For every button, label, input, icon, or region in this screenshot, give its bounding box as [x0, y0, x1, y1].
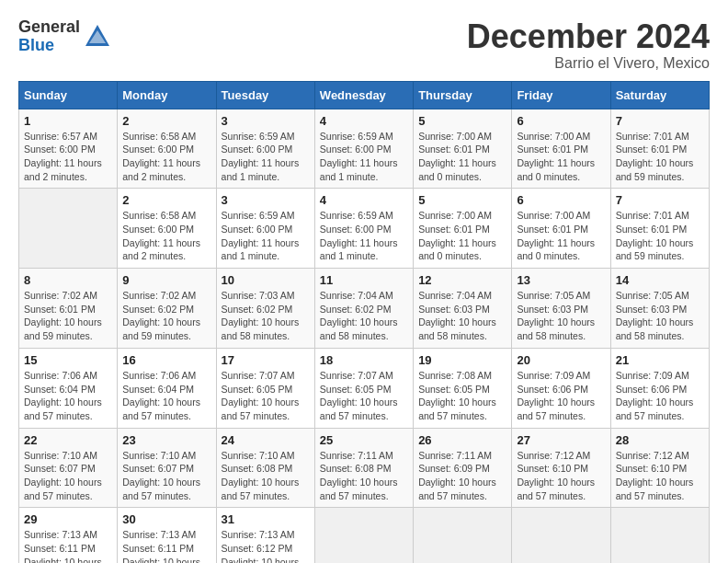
day-info: Sunrise: 7:00 AM Sunset: 6:01 PM Dayligh… — [517, 130, 605, 184]
day-info: Sunrise: 7:00 AM Sunset: 6:01 PM Dayligh… — [418, 130, 506, 184]
month-title: December 2024 — [467, 18, 710, 55]
day-number: 5 — [418, 193, 506, 207]
day-number: 2 — [122, 193, 210, 207]
day-info: Sunrise: 6:58 AM Sunset: 6:00 PM Dayligh… — [122, 130, 210, 184]
day-number: 6 — [517, 193, 605, 207]
day-number: 8 — [24, 273, 112, 287]
day-number: 27 — [517, 433, 605, 447]
day-number: 5 — [418, 114, 506, 128]
day-info: Sunrise: 7:02 AM Sunset: 6:02 PM Dayligh… — [122, 289, 210, 343]
day-number: 22 — [24, 433, 112, 447]
day-number: 25 — [320, 433, 408, 447]
calendar-week-row: 15Sunrise: 7:06 AM Sunset: 6:04 PM Dayli… — [19, 348, 710, 428]
table-row: 19Sunrise: 7:08 AM Sunset: 6:05 PM Dayli… — [414, 348, 512, 428]
day-number: 4 — [320, 114, 408, 128]
calendar-week-row: 29Sunrise: 7:13 AM Sunset: 6:11 PM Dayli… — [19, 508, 710, 563]
day-number: 2 — [122, 114, 210, 128]
day-info: Sunrise: 7:09 AM Sunset: 6:06 PM Dayligh… — [517, 369, 605, 423]
day-number: 7 — [616, 193, 704, 207]
table-row: 21Sunrise: 7:09 AM Sunset: 6:06 PM Dayli… — [610, 348, 709, 428]
day-info: Sunrise: 7:10 AM Sunset: 6:07 PM Dayligh… — [122, 449, 210, 503]
table-row: 4Sunrise: 6:59 AM Sunset: 6:00 PM Daylig… — [314, 189, 413, 269]
table-row: 27Sunrise: 7:12 AM Sunset: 6:10 PM Dayli… — [512, 428, 610, 508]
day-info: Sunrise: 7:01 AM Sunset: 6:01 PM Dayligh… — [616, 209, 704, 263]
table-row: 26Sunrise: 7:11 AM Sunset: 6:09 PM Dayli… — [414, 428, 512, 508]
table-row: 28Sunrise: 7:12 AM Sunset: 6:10 PM Dayli… — [610, 428, 709, 508]
day-number: 1 — [24, 114, 112, 128]
col-thursday: Thursday — [414, 81, 512, 109]
day-info: Sunrise: 7:05 AM Sunset: 6:03 PM Dayligh… — [616, 289, 704, 343]
table-row: 14Sunrise: 7:05 AM Sunset: 6:03 PM Dayli… — [610, 269, 709, 349]
day-info: Sunrise: 7:06 AM Sunset: 6:04 PM Dayligh… — [122, 369, 210, 423]
day-number: 6 — [517, 114, 605, 128]
calendar-week-row: 1Sunrise: 6:57 AM Sunset: 6:00 PM Daylig… — [19, 109, 710, 189]
day-info: Sunrise: 6:58 AM Sunset: 6:00 PM Dayligh… — [122, 209, 210, 263]
table-row: 20Sunrise: 7:09 AM Sunset: 6:06 PM Dayli… — [512, 348, 610, 428]
table-row: 18Sunrise: 7:07 AM Sunset: 6:05 PM Dayli… — [314, 348, 413, 428]
day-number: 23 — [122, 433, 210, 447]
page-header: General Blue December 2024 Barrio el Viv… — [18, 18, 710, 72]
day-info: Sunrise: 7:04 AM Sunset: 6:02 PM Dayligh… — [320, 289, 408, 343]
table-row — [512, 508, 610, 563]
day-number: 7 — [616, 114, 704, 128]
day-info: Sunrise: 6:59 AM Sunset: 6:00 PM Dayligh… — [222, 209, 310, 263]
day-info: Sunrise: 6:57 AM Sunset: 6:00 PM Dayligh… — [24, 130, 112, 184]
calendar-week-row: 2Sunrise: 6:58 AM Sunset: 6:00 PM Daylig… — [19, 189, 710, 269]
day-info: Sunrise: 7:13 AM Sunset: 6:11 PM Dayligh… — [122, 528, 210, 563]
day-info: Sunrise: 7:10 AM Sunset: 6:08 PM Dayligh… — [222, 449, 310, 503]
day-number: 16 — [122, 353, 210, 367]
day-info: Sunrise: 7:12 AM Sunset: 6:10 PM Dayligh… — [517, 449, 605, 503]
table-row: 15Sunrise: 7:06 AM Sunset: 6:04 PM Dayli… — [19, 348, 118, 428]
table-row: 9Sunrise: 7:02 AM Sunset: 6:02 PM Daylig… — [118, 269, 216, 349]
table-row: 12Sunrise: 7:04 AM Sunset: 6:03 PM Dayli… — [414, 269, 512, 349]
day-number: 12 — [418, 273, 506, 287]
day-number: 14 — [616, 273, 704, 287]
day-info: Sunrise: 7:04 AM Sunset: 6:03 PM Dayligh… — [418, 289, 506, 343]
day-number: 17 — [222, 353, 310, 367]
calendar-header-row: Sunday Monday Tuesday Wednesday Thursday… — [19, 81, 710, 109]
day-number: 28 — [616, 433, 704, 447]
day-number: 4 — [320, 193, 408, 207]
logo-general-text: General — [18, 18, 80, 37]
day-number: 18 — [320, 353, 408, 367]
day-info: Sunrise: 7:05 AM Sunset: 6:03 PM Dayligh… — [517, 289, 605, 343]
day-number: 29 — [24, 512, 112, 526]
table-row: 5Sunrise: 7:00 AM Sunset: 6:01 PM Daylig… — [414, 109, 512, 189]
day-info: Sunrise: 7:08 AM Sunset: 6:05 PM Dayligh… — [418, 369, 506, 423]
logo: General Blue — [18, 18, 111, 55]
day-number: 26 — [418, 433, 506, 447]
day-info: Sunrise: 7:00 AM Sunset: 6:01 PM Dayligh… — [517, 209, 605, 263]
table-row: 6Sunrise: 7:00 AM Sunset: 6:01 PM Daylig… — [512, 109, 610, 189]
table-row: 6Sunrise: 7:00 AM Sunset: 6:01 PM Daylig… — [512, 189, 610, 269]
table-row — [314, 508, 413, 563]
title-block: December 2024 Barrio el Vivero, Mexico — [467, 18, 710, 72]
table-row: 23Sunrise: 7:10 AM Sunset: 6:07 PM Dayli… — [118, 428, 216, 508]
table-row: 10Sunrise: 7:03 AM Sunset: 6:02 PM Dayli… — [216, 269, 314, 349]
day-number: 10 — [222, 273, 310, 287]
table-row: 29Sunrise: 7:13 AM Sunset: 6:11 PM Dayli… — [19, 508, 118, 563]
day-info: Sunrise: 7:00 AM Sunset: 6:01 PM Dayligh… — [418, 209, 506, 263]
table-row: 4Sunrise: 6:59 AM Sunset: 6:00 PM Daylig… — [314, 109, 413, 189]
day-info: Sunrise: 7:11 AM Sunset: 6:08 PM Dayligh… — [320, 449, 408, 503]
day-number: 21 — [616, 353, 704, 367]
day-info: Sunrise: 7:02 AM Sunset: 6:01 PM Dayligh… — [24, 289, 112, 343]
table-row: 25Sunrise: 7:11 AM Sunset: 6:08 PM Dayli… — [314, 428, 413, 508]
table-row: 8Sunrise: 7:02 AM Sunset: 6:01 PM Daylig… — [19, 269, 118, 349]
day-number: 11 — [320, 273, 408, 287]
col-saturday: Saturday — [610, 81, 709, 109]
day-info: Sunrise: 7:12 AM Sunset: 6:10 PM Dayligh… — [616, 449, 704, 503]
col-sunday: Sunday — [19, 81, 118, 109]
col-wednesday: Wednesday — [314, 81, 413, 109]
day-info: Sunrise: 7:13 AM Sunset: 6:12 PM Dayligh… — [222, 528, 310, 563]
table-row: 5Sunrise: 7:00 AM Sunset: 6:01 PM Daylig… — [414, 189, 512, 269]
day-info: Sunrise: 7:07 AM Sunset: 6:05 PM Dayligh… — [320, 369, 408, 423]
day-number: 9 — [122, 273, 210, 287]
table-row: 2Sunrise: 6:58 AM Sunset: 6:00 PM Daylig… — [118, 109, 216, 189]
location-subtitle: Barrio el Vivero, Mexico — [467, 55, 710, 72]
col-monday: Monday — [118, 81, 216, 109]
calendar-table: Sunday Monday Tuesday Wednesday Thursday… — [18, 81, 710, 563]
table-row: 22Sunrise: 7:10 AM Sunset: 6:07 PM Dayli… — [19, 428, 118, 508]
day-number: 3 — [222, 193, 310, 207]
table-row: 1Sunrise: 6:57 AM Sunset: 6:00 PM Daylig… — [19, 109, 118, 189]
day-number: 30 — [122, 512, 210, 526]
